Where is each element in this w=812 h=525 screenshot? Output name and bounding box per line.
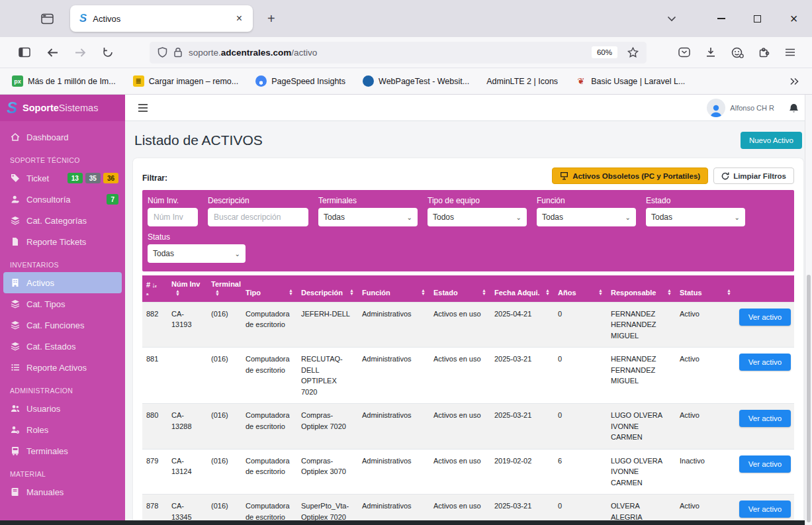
column-header-anios[interactable]: Años ▲▼ bbox=[554, 275, 607, 302]
file-icon bbox=[10, 237, 20, 247]
ver-activo-button[interactable]: Ver activo bbox=[739, 309, 791, 326]
brand[interactable]: S SoporteSistemas bbox=[0, 95, 125, 121]
column-header-id[interactable]: #↓za bbox=[142, 275, 167, 302]
zoom-level-badge[interactable]: 60% bbox=[592, 46, 617, 58]
status-value: Inactivo bbox=[676, 449, 735, 495]
filter-tipo-equipo: Tipo de equipo Todos⌄ bbox=[428, 196, 527, 226]
sidebar-item-roles[interactable]: Roles bbox=[0, 419, 125, 440]
ver-activo-button[interactable]: Ver activo bbox=[739, 455, 791, 473]
account-icon[interactable] bbox=[726, 42, 748, 63]
scrollbar-thumb[interactable] bbox=[807, 275, 811, 522]
maximize-button[interactable] bbox=[739, 0, 776, 37]
sidebar-item-cat-tipos[interactable]: Cat. Tipos bbox=[0, 293, 125, 314]
list-all-tabs-chevron-icon[interactable] bbox=[667, 16, 676, 22]
extensions-puzzle-icon[interactable] bbox=[752, 42, 775, 63]
forward-button[interactable] bbox=[69, 42, 91, 63]
address-bar[interactable]: soporte.adcentrales.com/activo 60% bbox=[150, 42, 647, 64]
table-row: 881 (016) Computadora de escritorio RECL… bbox=[142, 348, 794, 404]
firefox-view-button[interactable] bbox=[36, 7, 58, 30]
filter-descripcion: Descripción bbox=[208, 196, 308, 226]
ticket-badge-green: 13 bbox=[68, 173, 83, 183]
ver-activo-button[interactable]: Ver activo bbox=[739, 501, 791, 518]
chevron-down-icon: ⌄ bbox=[625, 214, 631, 221]
layers-icon bbox=[10, 320, 20, 330]
user-avatar[interactable] bbox=[707, 99, 725, 117]
sidebar-item-dashboard[interactable]: Dashboard bbox=[0, 126, 125, 148]
bookmark-item[interactable]: PageSpeed Insights bbox=[255, 75, 345, 87]
column-header-responsable[interactable]: Responsable ▲▼ bbox=[607, 275, 676, 302]
sort-icon: ▲▼ bbox=[667, 289, 672, 296]
bookmark-item[interactable]: px Más de 1 millón de Im... bbox=[12, 75, 116, 87]
layers-icon bbox=[10, 342, 20, 352]
sidebar-item-reporte-activos[interactable]: Reporte Activos bbox=[0, 357, 125, 378]
sort-icon: ▲▼ bbox=[349, 289, 354, 296]
bookmarks-overflow-chevron-icon[interactable] bbox=[789, 77, 803, 85]
browser-tab[interactable]: S Activos × bbox=[70, 5, 253, 32]
consultoria-badges: 7 bbox=[107, 194, 118, 205]
column-header-status[interactable]: Status ▲▼ bbox=[676, 275, 735, 302]
column-header-descripcion[interactable]: Descripción ▲▼ bbox=[297, 275, 358, 302]
sidebar-toggle-icon[interactable] bbox=[13, 42, 36, 63]
shield-icon[interactable] bbox=[158, 47, 167, 58]
layers-icon bbox=[10, 299, 20, 309]
brand-logo: S bbox=[7, 99, 17, 117]
card-header: Filtrar: Activos Obsoletos (PC y Portati… bbox=[142, 167, 794, 184]
status-select[interactable]: Todas⌄ bbox=[148, 244, 246, 263]
ver-activo-button[interactable]: Ver activo bbox=[739, 354, 791, 371]
column-header-funcion[interactable]: Función ▲▼ bbox=[358, 275, 429, 302]
column-header-terminal[interactable]: Terminal ▲▼ bbox=[207, 275, 242, 302]
menu-hamburger-icon[interactable] bbox=[779, 42, 801, 63]
notifications-bell-icon[interactable] bbox=[789, 103, 799, 113]
bookmark-star-icon[interactable] bbox=[623, 47, 643, 58]
num-inv-input[interactable] bbox=[148, 208, 198, 226]
chevron-down-icon: ⌄ bbox=[407, 214, 412, 221]
sidebar-item-terminales[interactable]: Terminales bbox=[0, 440, 125, 461]
column-header-num-inv[interactable]: Núm Inv ▲▼ bbox=[167, 275, 207, 302]
user-name[interactable]: Alfonso CH R bbox=[730, 104, 774, 112]
sidebar-item-cat-categorias[interactable]: Cat. Categorías bbox=[0, 210, 125, 231]
ver-activo-button[interactable]: Ver activo bbox=[739, 410, 791, 427]
sidebar-item-usuarios[interactable]: Usuarios bbox=[0, 398, 125, 419]
page-title: Listado de ACTIVOS bbox=[134, 132, 263, 148]
sidebar-item-cat-estados[interactable]: Cat. Estados bbox=[0, 336, 125, 357]
filter-estado: Estado Todas⌄ bbox=[646, 196, 745, 226]
lock-icon[interactable] bbox=[173, 47, 183, 58]
page-scrollbar[interactable] bbox=[805, 95, 812, 525]
sidebar-item-manuales[interactable]: Manuales bbox=[0, 481, 125, 502]
book-icon bbox=[10, 487, 20, 497]
tipo-equipo-select[interactable]: Todos⌄ bbox=[428, 208, 527, 226]
estado-select[interactable]: Todas⌄ bbox=[646, 208, 745, 226]
column-header-estado[interactable]: Estado ▲▼ bbox=[429, 275, 490, 302]
minimize-button[interactable] bbox=[703, 0, 739, 37]
sidebar-item-cat-funciones[interactable]: Cat. Funciones bbox=[0, 314, 125, 336]
terminales-select[interactable]: Todas⌄ bbox=[318, 208, 418, 226]
activos-obsoletos-button[interactable]: Activos Obsoletos (PC y Portatiles) bbox=[552, 167, 708, 184]
sidebar-item-ticket[interactable]: Ticket 13 35 36 bbox=[0, 167, 125, 189]
column-header-fecha[interactable]: Fecha Adqui. ▲▼ bbox=[490, 275, 554, 302]
close-button[interactable]: × bbox=[776, 0, 812, 37]
pocket-icon[interactable] bbox=[673, 42, 696, 63]
downloads-icon[interactable] bbox=[699, 42, 722, 63]
page: S SoporteSistemas Dashboard SOPORTE TÉCN… bbox=[0, 95, 812, 525]
bookmark-item[interactable]: WebPageTest - Websit... bbox=[363, 75, 469, 87]
back-button[interactable] bbox=[41, 42, 64, 63]
ticket-badges: 13 35 36 bbox=[68, 173, 118, 183]
layers-icon bbox=[10, 216, 20, 226]
sidebar-item-consultoria[interactable]: Consultoría 7 bbox=[0, 189, 125, 210]
new-tab-button[interactable]: + bbox=[259, 10, 283, 28]
sort-icon: ▲▼ bbox=[598, 289, 603, 296]
tab-close-icon[interactable]: × bbox=[232, 11, 246, 26]
descripcion-input[interactable] bbox=[208, 208, 308, 226]
limpiar-filtros-button[interactable]: Limpiar Filtros bbox=[713, 167, 794, 184]
sidebar-item-reporte-tickets[interactable]: Reporte Tickets bbox=[0, 231, 125, 252]
column-header-tipo[interactable]: Tipo ▲▼ bbox=[242, 275, 297, 302]
bookmark-item[interactable]: ≣ Cargar imagen – remo... bbox=[133, 75, 238, 87]
bookmark-item[interactable]: AdminLTE 2 | Icons bbox=[486, 77, 558, 86]
status-value: Activo bbox=[676, 302, 735, 348]
sidebar-collapse-toggle[interactable] bbox=[136, 101, 150, 115]
reload-button[interactable] bbox=[97, 42, 119, 63]
nuevo-activo-button[interactable]: Nuevo Activo bbox=[741, 132, 802, 149]
bookmark-item[interactable]: ❦ Basic Usage | Laravel L... bbox=[575, 75, 685, 87]
sidebar-item-activos[interactable]: Activos bbox=[3, 272, 122, 293]
funcion-select[interactable]: Todas⌄ bbox=[537, 208, 636, 226]
